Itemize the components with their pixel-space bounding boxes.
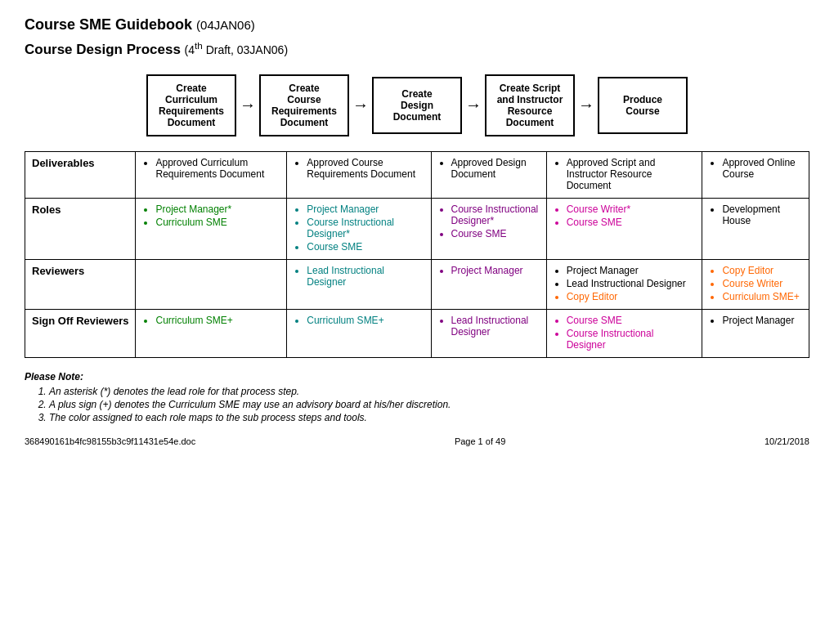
signoff-col-4: Course SME Course Instructional Designer [546,309,702,357]
reviewers-label: Reviewers [25,259,136,309]
page-footer: 368490161b4fc98155b3c9f11431e54e.doc Pag… [25,436,809,446]
signoff-col-3: Lead Instructional Designer [431,309,546,357]
title-suffix: (04JAN06) [196,18,255,32]
deliverables-col-4: Approved Script and Instructor Resource … [546,151,702,198]
deliverables-col-1: Approved Curriculum Requirements Documen… [136,151,287,198]
reviewers-col-5: Copy Editor Course Writer Curriculum SME… [702,259,809,309]
note-1: An asterisk (*) denotes the lead role fo… [49,386,809,397]
flow-box-1: CreateCurriculumRequirementsDocument [146,74,236,136]
deliverables-col-5: Approved Online Course [702,151,809,198]
flow-arrow-3: → [465,96,482,114]
signoff-col-1: Curriculum SME+ [136,309,287,357]
deliverables-row: Deliverables Approved Curriculum Require… [25,151,809,198]
note-2: A plus sign (+) denotes the Curriculum S… [49,399,809,410]
reviewers-col-1 [136,259,287,309]
flow-box-3: CreateDesignDocument [372,77,462,134]
footer-date: 10/21/2018 [764,436,809,446]
roles-label: Roles [25,198,136,259]
signoff-label: Sign Off Reviewers [25,309,136,357]
reviewers-col-3: Project Manager [431,259,546,309]
notes-list: An asterisk (*) denotes the lead role fo… [25,386,809,423]
notes-section: Please Note: An asterisk (*) denotes the… [25,371,809,423]
footer-doc-id: 368490161b4fc98155b3c9f11431e54e.doc [25,436,195,446]
sub-title: Course Design Process (4th Draft, 03JAN0… [25,40,809,58]
flow-arrow-2: → [352,96,369,114]
signoff-col-2: Curriculum SME+ [287,309,431,357]
roles-col-4: Course Writer* Course SME [546,198,702,259]
signoff-col-5: Project Manager [702,309,809,357]
flow-box-5: ProduceCourse [598,77,688,134]
footer-page: Page 1 of 49 [455,436,505,446]
flow-box-4: Create Scriptand InstructorResourceDocum… [485,74,575,136]
flow-arrow-4: → [578,96,594,114]
flow-arrow-1: → [240,96,256,114]
deliverables-col-3: Approved Design Document [431,151,546,198]
deliverables-col-2: Approved Course Requirements Document [287,151,431,198]
subtitle-text: Course Design Process [25,42,181,57]
reviewers-col-4: Project Manager Lead Instructional Desig… [546,259,702,309]
flow-box-2: CreateCourseRequirementsDocument [259,74,349,136]
notes-title: Please Note: [25,371,809,382]
deliverables-label: Deliverables [25,151,136,198]
roles-col-3: Course Instructional Designer* Course SM… [431,198,546,259]
roles-col-1: Project Manager* Curriculum SME [136,198,287,259]
note-3: The color assigned to each role maps to … [49,412,809,423]
signoff-row: Sign Off Reviewers Curriculum SME+ Curri… [25,309,809,357]
title-text: Course SME Guidebook [25,16,192,33]
reviewers-row: Reviewers Lead Instructional Designer Pr… [25,259,809,309]
roles-col-2: Project Manager Course Instructional Des… [287,198,431,259]
reviewers-col-2: Lead Instructional Designer [287,259,431,309]
flow-diagram: CreateCurriculumRequirementsDocument → C… [25,74,809,136]
main-title: Course SME Guidebook (04JAN06) [25,16,809,34]
main-table: Deliverables Approved Curriculum Require… [25,151,809,358]
roles-col-5: Development House [702,198,809,259]
roles-row: Roles Project Manager* Curriculum SME Pr… [25,198,809,259]
